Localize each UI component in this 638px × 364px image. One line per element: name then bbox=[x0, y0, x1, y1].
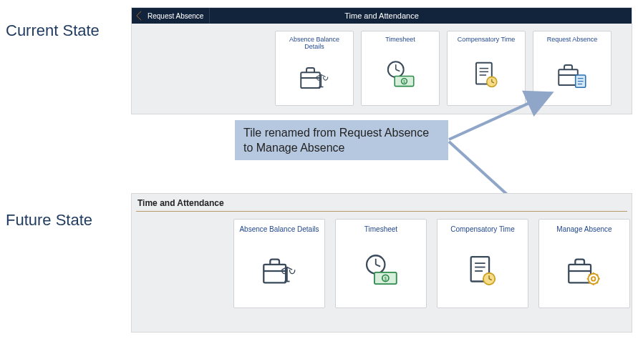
svg-rect-17 bbox=[559, 69, 578, 85]
annotation-box: Tile renamed from Request Absence to Man… bbox=[235, 120, 448, 160]
panel-future-state: Time and Attendance Absence Balance Deta… bbox=[131, 193, 632, 333]
tile-title: Request Absence bbox=[547, 36, 598, 44]
divider bbox=[136, 211, 627, 212]
clock-money-icon: $ bbox=[360, 234, 402, 308]
tile-timesheet[interactable]: Timesheet $ bbox=[361, 31, 440, 106]
tile-row-current: Absence Balance Details Timesheet bbox=[132, 24, 632, 106]
chevron-left-icon bbox=[136, 11, 146, 21]
briefcase-gear-icon bbox=[564, 234, 605, 308]
svg-rect-40 bbox=[569, 264, 591, 282]
briefcase-scale-icon bbox=[258, 234, 300, 308]
svg-line-49 bbox=[596, 274, 598, 275]
tile-title: Absence Balance Details bbox=[239, 225, 319, 234]
tile-absence-balance-details[interactable]: Absence Balance Details bbox=[233, 219, 325, 308]
tile-title: Compensatory Time bbox=[458, 36, 516, 44]
svg-line-51 bbox=[596, 282, 598, 283]
topbar: Request Absence Time and Attendance bbox=[132, 8, 632, 24]
tile-request-absence[interactable]: Request Absence bbox=[533, 31, 612, 106]
back-button[interactable]: Request Absence bbox=[132, 8, 210, 24]
svg-line-50 bbox=[589, 282, 590, 283]
tile-timesheet[interactable]: Timesheet $ bbox=[335, 219, 427, 308]
future-header: Time and Attendance bbox=[132, 194, 632, 211]
svg-text:$: $ bbox=[403, 79, 405, 83]
tile-title: Compensatory Time bbox=[450, 225, 514, 234]
svg-rect-23 bbox=[264, 264, 286, 282]
topbar-title: Time and Attendance bbox=[344, 11, 419, 20]
svg-line-48 bbox=[589, 274, 590, 275]
tile-title: Timesheet bbox=[364, 225, 397, 234]
tile-title: Manage Absence bbox=[556, 225, 612, 234]
tile-compensatory-time[interactable]: Compensatory Time bbox=[447, 31, 526, 106]
svg-rect-0 bbox=[301, 72, 320, 88]
briefcase-scale-icon bbox=[296, 50, 332, 105]
svg-line-6 bbox=[396, 69, 400, 71]
label-current-state: Current State bbox=[6, 21, 100, 40]
tile-manage-absence[interactable]: Manage Absence bbox=[538, 219, 630, 308]
tile-row-future: Absence Balance Details Timesheet bbox=[132, 219, 632, 308]
tile-title: Timesheet bbox=[385, 36, 415, 44]
back-button-label: Request Absence bbox=[148, 12, 203, 20]
tile-title: Absence Balance Details bbox=[279, 36, 350, 50]
document-clock-icon bbox=[468, 44, 504, 105]
label-future-state: Future State bbox=[6, 211, 92, 230]
tile-absence-balance-details[interactable]: Absence Balance Details bbox=[275, 31, 354, 106]
clock-money-icon: $ bbox=[382, 44, 418, 105]
briefcase-document-icon bbox=[554, 44, 590, 105]
svg-line-29 bbox=[376, 264, 380, 266]
document-clock-icon bbox=[462, 234, 503, 308]
tile-compensatory-time[interactable]: Compensatory Time bbox=[437, 219, 528, 308]
panel-current-state: Request Absence Time and Attendance Abse… bbox=[131, 7, 632, 114]
svg-text:$: $ bbox=[385, 275, 387, 280]
